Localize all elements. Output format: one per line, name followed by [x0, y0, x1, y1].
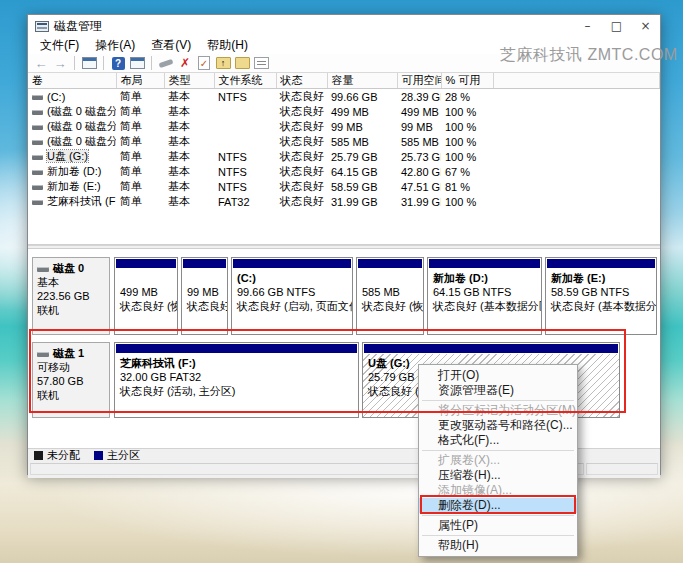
- help-icon[interactable]: ?: [110, 56, 126, 71]
- column-header[interactable]: 卷: [28, 73, 116, 89]
- column-header[interactable]: 类型: [164, 73, 214, 89]
- back-arrow-icon[interactable]: ←: [33, 56, 49, 71]
- volume-name: 新加卷 (E:): [47, 180, 101, 192]
- menu-操作(A)[interactable]: 操作(A): [87, 37, 143, 54]
- volume-name: (C:): [47, 91, 65, 103]
- minimize-button[interactable]: –: [573, 15, 602, 37]
- legend-swatch: [34, 451, 43, 460]
- volume-row[interactable]: (磁盘 0 磁盘分区 2)简单基本状态良好 (...99 MB99 MB100 …: [28, 119, 660, 134]
- cell-free: 585 MB: [397, 134, 441, 149]
- context-menu-item-格式化F[interactable]: 格式化(F)...: [419, 433, 577, 448]
- check-document-icon[interactable]: ✓: [196, 56, 212, 71]
- volume-icon: [32, 125, 43, 130]
- volume-icon: [32, 110, 43, 115]
- cell-layout: 简单: [116, 89, 164, 105]
- disk-1-label[interactable]: 磁盘 1 可移动 57.80 GB 联机: [32, 342, 110, 418]
- column-header[interactable]: % 可用: [441, 73, 493, 89]
- volume-row[interactable]: 芝麻科技讯 (F:)简单基本FAT32状态良好 (...31.99 GB31.9…: [28, 194, 660, 209]
- context-menu-item-更改驱动器号和路径C[interactable]: 更改驱动器号和路径(C)...: [419, 418, 577, 433]
- partition-585MB[interactable]: 585 MB状态良好 (恢复: [356, 257, 424, 335]
- cell-type: 基本: [164, 164, 214, 179]
- cell-layout: 简单: [116, 134, 164, 149]
- cell-pct: 100 %: [441, 149, 493, 164]
- volume-row[interactable]: (磁盘 0 磁盘分区 1)简单基本状态良好 (...499 MB499 MB10…: [28, 104, 660, 119]
- show-console-icon[interactable]: [129, 56, 145, 71]
- menu-帮助(H)[interactable]: 帮助(H): [199, 37, 256, 54]
- cell-status: 状态良好 (...: [276, 164, 327, 179]
- partition-芝麻科技讯(F:)[interactable]: 芝麻科技讯 (F:)32.00 GB FAT32状态良好 (活动, 主分区): [114, 342, 359, 418]
- window-title: 磁盘管理: [54, 18, 102, 35]
- disk-0-partitions: 499 MB状态良好 (恢复99 MB状态良好 ((C:)99.66 GB NT…: [114, 257, 657, 335]
- status-segment: [586, 463, 658, 475]
- context-menu: 打开(O)资源管理器(E)将分区标记为活动分区(M)更改驱动器号和路径(C)..…: [418, 364, 578, 557]
- volume-name: (磁盘 0 磁盘分区 2): [47, 120, 116, 132]
- column-header[interactable]: 文件系统: [214, 73, 276, 89]
- partition-(C:)[interactable]: (C:)99.66 GB NTFS状态良好 (启动, 页面文件, 故障: [231, 257, 353, 335]
- cell-capacity: 99 MB: [327, 119, 397, 134]
- cell-capacity: 99.66 GB: [327, 89, 397, 105]
- volume-row[interactable]: (C:)简单基本NTFS状态良好 (...99.66 GB28.39 GB28 …: [28, 89, 660, 105]
- primary-partition-strip: [183, 259, 226, 268]
- disk-0-label[interactable]: 磁盘 0 基本 223.56 GB 联机: [32, 257, 110, 335]
- disk-0-row: 磁盘 0 基本 223.56 GB 联机 499 MB状态良好 (恢复99 MB…: [32, 257, 656, 335]
- context-menu-item-打开O[interactable]: 打开(O): [419, 368, 577, 383]
- column-header[interactable]: 可用空间: [397, 73, 441, 89]
- cell-free: 25.73 GB: [397, 149, 441, 164]
- cell-fs: NTFS: [214, 179, 276, 194]
- context-menu-item-帮助H[interactable]: 帮助(H): [419, 538, 577, 553]
- primary-partition-strip: [233, 259, 351, 268]
- volume-row[interactable]: (磁盘 0 磁盘分区 5)简单基本状态良好 (...585 MB585 MB10…: [28, 134, 660, 149]
- context-menu-item-属性P[interactable]: 属性(P): [419, 518, 577, 533]
- separator: [151, 56, 152, 70]
- column-header[interactable]: 容量: [327, 73, 397, 89]
- primary-partition-strip: [364, 344, 618, 353]
- cell-layout: 简单: [116, 149, 164, 164]
- console-window-icon[interactable]: [81, 56, 97, 71]
- context-menu-item-删除卷D[interactable]: 删除卷(D)...: [419, 498, 577, 513]
- cell-free: 99 MB: [397, 119, 441, 134]
- column-header[interactable]: 布局: [116, 73, 164, 89]
- partition-新加卷(E:)[interactable]: 新加卷 (E:)58.59 GB NTFS状态良好 (基本数据分区): [545, 257, 657, 335]
- disk-icon: [37, 267, 49, 272]
- context-menu-item-资源管理器E[interactable]: 资源管理器(E): [419, 383, 577, 398]
- maximize-button[interactable]: □: [602, 15, 631, 37]
- cell-pct: 100 %: [441, 104, 493, 119]
- volume-name: (磁盘 0 磁盘分区 1): [47, 105, 116, 117]
- disk-icon: [37, 352, 49, 357]
- delete-icon[interactable]: ✗: [177, 56, 193, 71]
- volume-name: 新加卷 (D:): [47, 165, 101, 177]
- partition-新加卷(D:)[interactable]: 新加卷 (D:)64.15 GB NTFS状态良好 (基本数据分区): [427, 257, 542, 335]
- volume-name: U盘 (G:): [47, 150, 88, 162]
- volume-icon: [32, 95, 43, 100]
- cell-pct: 67 %: [441, 164, 493, 179]
- properties-list-icon[interactable]: [253, 56, 269, 71]
- volume-name: (磁盘 0 磁盘分区 5): [47, 135, 116, 147]
- partition-499MB[interactable]: 499 MB状态良好 (恢复: [114, 257, 178, 335]
- menu-文件(F)[interactable]: 文件(F): [32, 37, 87, 54]
- title-bar[interactable]: 磁盘管理 – □ ×: [28, 15, 660, 37]
- menu-查看(V)[interactable]: 查看(V): [143, 37, 199, 54]
- column-header[interactable]: 状态: [276, 73, 327, 89]
- window-controls: – □ ×: [573, 15, 660, 37]
- close-button[interactable]: ×: [631, 15, 660, 37]
- cell-fs: [214, 119, 276, 134]
- volume-icon: [32, 140, 43, 145]
- volume-table-header[interactable]: 卷布局类型文件系统状态容量可用空间% 可用: [28, 73, 660, 89]
- partition-99MB[interactable]: 99 MB状态良好 (: [181, 257, 228, 335]
- cell-fs: [214, 134, 276, 149]
- context-menu-item-压缩卷H[interactable]: 压缩卷(H)...: [419, 468, 577, 483]
- tool-icon[interactable]: [158, 56, 174, 71]
- volume-row[interactable]: U盘 (G:)简单基本NTFS状态良好 (...25.79 GB25.73 GB…: [28, 149, 660, 164]
- separator: [74, 56, 75, 70]
- volume-row[interactable]: 新加卷 (D:)简单基本NTFS状态良好 (...64.15 GB42.80 G…: [28, 164, 660, 179]
- volume-row[interactable]: 新加卷 (E:)简单基本NTFS状态良好 (...58.59 GB47.51 G…: [28, 179, 660, 194]
- cell-free: 499 MB: [397, 104, 441, 119]
- cell-pct: 100 %: [441, 119, 493, 134]
- cell-pct: 28 %: [441, 89, 493, 105]
- cell-type: 基本: [164, 89, 214, 105]
- folder-edit-icon[interactable]: [234, 56, 250, 71]
- cell-layout: 简单: [116, 119, 164, 134]
- cell-status: 状态良好 (...: [276, 149, 327, 164]
- forward-arrow-icon[interactable]: →: [52, 56, 68, 71]
- folder-up-icon[interactable]: ↑: [215, 56, 231, 71]
